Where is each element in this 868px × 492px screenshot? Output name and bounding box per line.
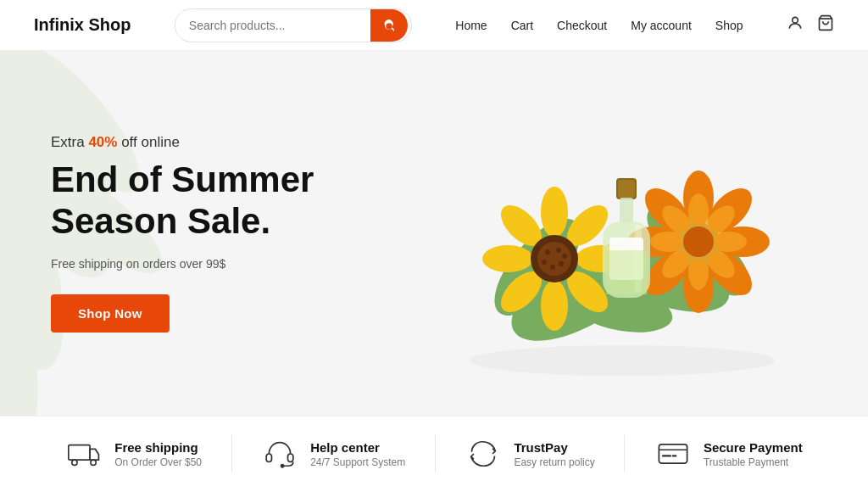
site-header: Infinix Shop Home Cart Checkout My accou… bbox=[0, 0, 868, 51]
svg-point-24 bbox=[542, 260, 547, 265]
svg-point-16 bbox=[541, 280, 568, 331]
nav-item-myaccount[interactable]: My account bbox=[631, 18, 692, 33]
feature-trustpay: TrustPay Easy return policy bbox=[465, 435, 594, 472]
search-button[interactable] bbox=[370, 9, 408, 42]
feature-secure-text: Secure Payment Trustable Payment bbox=[704, 440, 803, 468]
svg-point-25 bbox=[559, 261, 564, 266]
feature-title-secure: Secure Payment bbox=[704, 440, 803, 455]
nav-item-home[interactable]: Home bbox=[455, 18, 487, 33]
feature-help-center: Help center 24/7 Support System bbox=[261, 435, 405, 472]
feature-trustpay-text: TrustPay Easy return policy bbox=[514, 440, 594, 468]
svg-point-52 bbox=[470, 345, 775, 376]
search-icon bbox=[382, 19, 396, 32]
hero-shipping-text: Free shipping on orders over 99$ bbox=[51, 257, 314, 271]
header-icons bbox=[787, 14, 834, 36]
feature-free-shipping: Free shipping On Order Over $50 bbox=[65, 435, 202, 472]
nav-item-cart[interactable]: Cart bbox=[511, 18, 533, 33]
nav-list: Home Cart Checkout My account Shop bbox=[455, 18, 743, 33]
nav-link-shop[interactable]: Shop bbox=[715, 19, 743, 32]
feature-title-trustpay: TrustPay bbox=[514, 440, 594, 455]
nav-link-myaccount[interactable]: My account bbox=[631, 19, 692, 32]
svg-point-54 bbox=[72, 460, 77, 465]
svg-rect-56 bbox=[266, 454, 271, 462]
svg-point-18 bbox=[482, 245, 533, 272]
svg-point-0 bbox=[793, 17, 798, 23]
svg-rect-53 bbox=[69, 445, 90, 460]
svg-rect-57 bbox=[288, 454, 293, 462]
hero-section: Extra 40% off online End of Summer Seaso… bbox=[0, 51, 868, 416]
svg-point-55 bbox=[91, 460, 96, 465]
svg-point-26 bbox=[550, 265, 555, 270]
nav-link-checkout[interactable]: Checkout bbox=[557, 19, 607, 32]
svg-point-27 bbox=[562, 254, 567, 259]
feature-desc-free-shipping: On Order Over $50 bbox=[114, 456, 202, 468]
site-logo: Infinix Shop bbox=[34, 15, 131, 35]
svg-point-12 bbox=[541, 187, 568, 238]
nav-item-shop[interactable]: Shop bbox=[715, 18, 743, 33]
hero-image bbox=[410, 72, 800, 394]
feature-help-text: Help center 24/7 Support System bbox=[310, 440, 405, 468]
feature-title-free-shipping: Free shipping bbox=[114, 440, 202, 455]
feature-desc-secure: Trustable Payment bbox=[704, 456, 803, 468]
svg-point-22 bbox=[545, 249, 550, 254]
hero-title-line2: Season Sale. bbox=[51, 201, 270, 241]
svg-rect-59 bbox=[659, 444, 687, 463]
hero-title-line1: End of Summer bbox=[51, 159, 314, 199]
divider-2 bbox=[435, 435, 436, 472]
svg-point-21 bbox=[537, 242, 571, 276]
hero-subtitle-pre: Extra bbox=[51, 134, 88, 150]
svg-point-58 bbox=[281, 465, 284, 467]
feature-desc-help: 24/7 Support System bbox=[310, 456, 405, 468]
feature-free-shipping-text: Free shipping On Order Over $50 bbox=[114, 440, 202, 468]
hero-subtitle: Extra 40% off online bbox=[51, 134, 314, 151]
hero-subtitle-post: off online bbox=[117, 134, 179, 150]
svg-point-23 bbox=[556, 248, 561, 253]
hero-content: Extra 40% off online End of Summer Seaso… bbox=[0, 134, 314, 333]
divider-3 bbox=[624, 435, 625, 472]
truck-icon bbox=[65, 435, 103, 472]
search-input[interactable] bbox=[175, 12, 370, 39]
hero-flowers-illustration bbox=[410, 72, 800, 394]
hero-discount: 40% bbox=[88, 134, 117, 150]
nav-link-cart[interactable]: Cart bbox=[511, 19, 533, 32]
svg-point-44 bbox=[683, 226, 714, 257]
shop-now-button[interactable]: Shop Now bbox=[51, 294, 170, 333]
svg-rect-46 bbox=[618, 180, 635, 198]
headphones-icon bbox=[261, 435, 298, 472]
svg-rect-51 bbox=[606, 250, 647, 294]
main-nav: Home Cart Checkout My account Shop bbox=[455, 18, 743, 33]
feature-desc-trustpay: Easy return policy bbox=[514, 456, 594, 468]
divider-1 bbox=[231, 435, 232, 472]
user-icon[interactable] bbox=[787, 14, 804, 36]
refresh-icon bbox=[465, 435, 502, 472]
nav-link-home[interactable]: Home bbox=[455, 19, 487, 32]
feature-title-help: Help center bbox=[310, 440, 405, 455]
features-bar: Free shipping On Order Over $50 Help cen… bbox=[0, 416, 868, 491]
nav-item-checkout[interactable]: Checkout bbox=[557, 18, 607, 33]
card-icon bbox=[654, 435, 692, 472]
svg-rect-47 bbox=[620, 198, 633, 223]
feature-secure-payment: Secure Payment Trustable Payment bbox=[654, 435, 803, 472]
cart-icon[interactable] bbox=[817, 14, 834, 36]
search-bar bbox=[175, 8, 412, 42]
hero-title: End of Summer Season Sale. bbox=[51, 159, 314, 242]
